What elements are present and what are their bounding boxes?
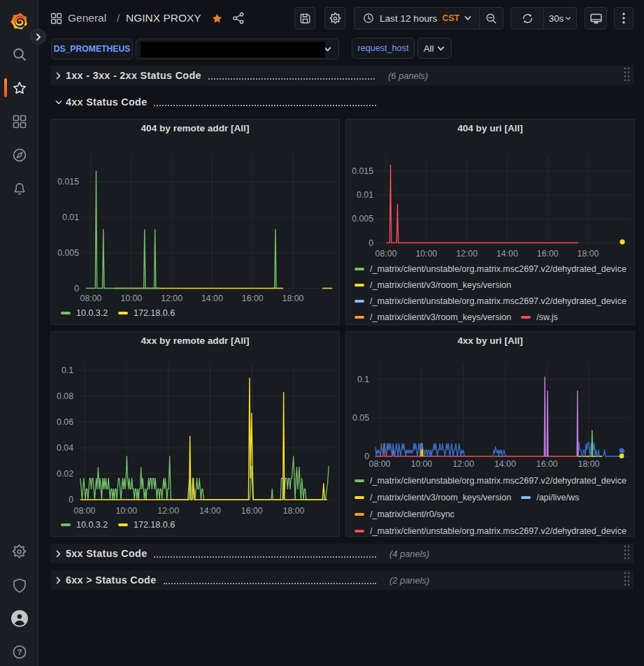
svg-text:14:00: 14:00 bbox=[496, 249, 518, 259]
svg-text:12:00: 12:00 bbox=[157, 506, 179, 516]
svg-text:0.02: 0.02 bbox=[57, 469, 73, 479]
svg-text:0.08: 0.08 bbox=[57, 391, 73, 401]
svg-text:10:00: 10:00 bbox=[115, 506, 137, 516]
svg-text:0.05: 0.05 bbox=[352, 413, 369, 423]
svg-text:12:00: 12:00 bbox=[452, 459, 474, 469]
svg-text:18:00: 18:00 bbox=[282, 294, 304, 303]
svg-text:18:00: 18:00 bbox=[578, 459, 600, 469]
svg-text:12:00: 12:00 bbox=[161, 294, 183, 303]
svg-text:08:00: 08:00 bbox=[74, 506, 96, 516]
svg-text:0.1: 0.1 bbox=[357, 375, 369, 384]
svg-text:16:00: 16:00 bbox=[536, 459, 558, 469]
svg-text:0.01: 0.01 bbox=[62, 212, 79, 222]
svg-text:14:00: 14:00 bbox=[201, 294, 223, 303]
svg-text:16:00: 16:00 bbox=[242, 294, 264, 303]
svg-text:18:00: 18:00 bbox=[578, 249, 599, 259]
svg-text:0.04: 0.04 bbox=[57, 443, 73, 453]
svg-text:08:00: 08:00 bbox=[375, 249, 397, 259]
svg-text:08:00: 08:00 bbox=[369, 459, 391, 469]
svg-text:18:00: 18:00 bbox=[283, 506, 305, 516]
svg-text:10:00: 10:00 bbox=[410, 459, 432, 469]
svg-text:0.015: 0.015 bbox=[57, 177, 79, 187]
svg-text:0: 0 bbox=[74, 284, 79, 294]
svg-text:14:00: 14:00 bbox=[199, 506, 221, 516]
svg-text:16:00: 16:00 bbox=[241, 506, 263, 516]
svg-text:0.06: 0.06 bbox=[57, 417, 73, 427]
svg-text:?: ? bbox=[17, 648, 22, 656]
svg-text:0.015: 0.015 bbox=[352, 166, 373, 176]
svg-text:14:00: 14:00 bbox=[494, 459, 516, 469]
svg-text:12:00: 12:00 bbox=[456, 249, 478, 259]
svg-text:16:00: 16:00 bbox=[537, 249, 559, 259]
svg-text:0.1: 0.1 bbox=[62, 365, 73, 375]
svg-text:0.005: 0.005 bbox=[352, 214, 373, 224]
svg-text:10:00: 10:00 bbox=[415, 249, 437, 259]
svg-text:0.005: 0.005 bbox=[57, 248, 79, 258]
svg-text:08:00: 08:00 bbox=[80, 294, 102, 303]
svg-text:0.01: 0.01 bbox=[357, 190, 373, 200]
svg-text:10:00: 10:00 bbox=[120, 294, 142, 303]
svg-text:0: 0 bbox=[69, 495, 73, 505]
svg-text:0: 0 bbox=[368, 238, 373, 248]
